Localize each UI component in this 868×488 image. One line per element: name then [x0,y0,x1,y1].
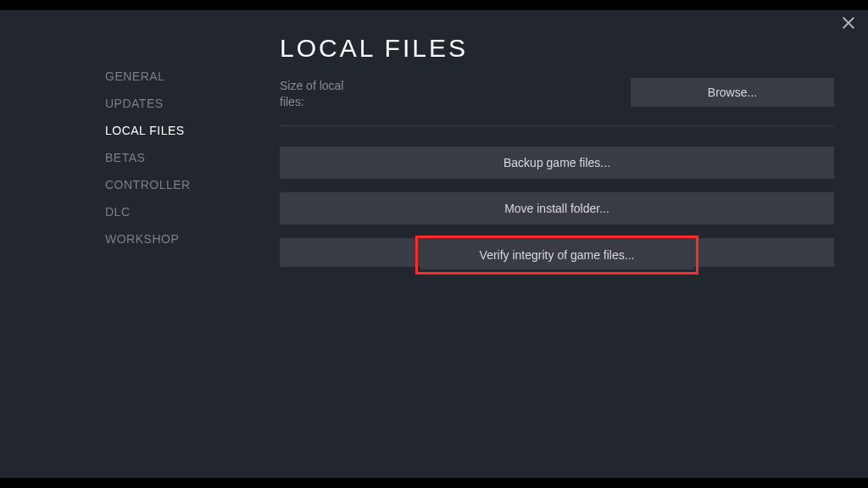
close-icon[interactable] [841,15,856,30]
main-panel: LOCAL FILES Size of local files: Browse.… [254,10,868,478]
size-of-local-files-label: Size of local files: [280,78,364,110]
sidebar-item-workshop[interactable]: WORKSHOP [105,225,254,252]
sidebar-item-local-files[interactable]: LOCAL FILES [105,117,254,144]
annotation-highlight: Verify integrity of game files... [415,236,698,274]
sidebar: GENERAL UPDATES LOCAL FILES BETAS CONTRO… [0,10,254,478]
letterbox-top [0,0,868,10]
verify-integrity-button[interactable]: Verify integrity of game files... [420,241,693,269]
size-row: Size of local files: Browse... [280,78,834,110]
sidebar-item-dlc[interactable]: DLC [105,198,254,225]
backup-game-files-button[interactable]: Backup game files... [280,147,834,179]
properties-dialog: GENERAL UPDATES LOCAL FILES BETAS CONTRO… [0,10,868,478]
browse-button[interactable]: Browse... [631,78,834,107]
move-install-folder-button[interactable]: Move install folder... [280,192,834,225]
page-title: LOCAL FILES [280,34,834,63]
sidebar-item-general[interactable]: GENERAL [105,63,254,90]
letterbox-bottom [0,478,868,488]
sidebar-item-betas[interactable]: BETAS [105,144,254,171]
verify-row: Verify integrity of game files... [280,236,834,274]
sidebar-item-updates[interactable]: UPDATES [105,90,254,117]
sidebar-item-controller[interactable]: CONTROLLER [105,171,254,198]
divider [280,125,834,126]
size-of-local-files-value [381,78,614,103]
